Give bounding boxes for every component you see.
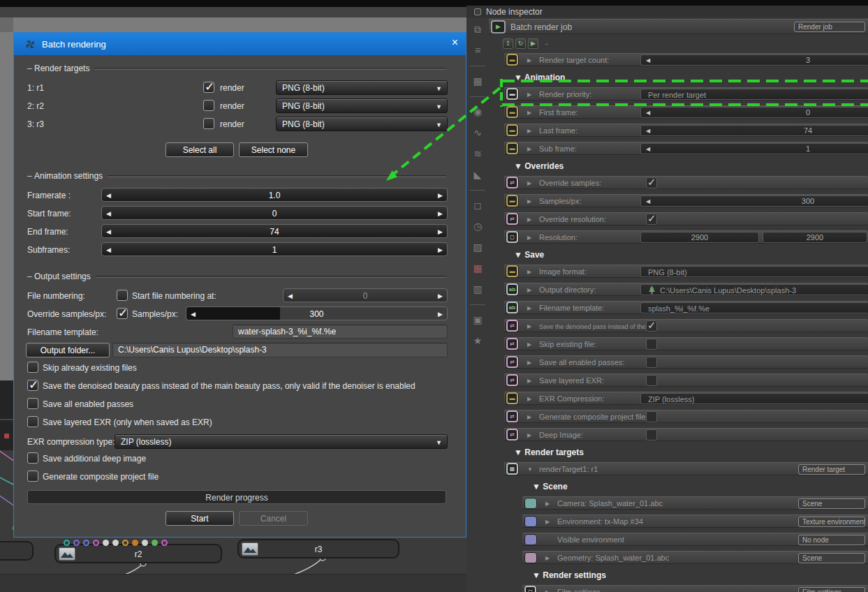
chevron-right-icon[interactable]: ▶ [527,287,531,293]
format-dropdown[interactable]: PNG (8-bit)▼ [276,117,448,131]
save-denoised-checkbox[interactable] [27,380,38,391]
chevron-right-icon[interactable]: ▶ [545,501,550,507]
save-all-passes-checkbox[interactable] [27,398,38,409]
port-dot[interactable] [152,540,158,546]
chevron-right-icon[interactable]: ▶ [527,341,531,348]
section-header-scene[interactable]: ▼ Scene [489,480,868,494]
render-checkbox[interactable] [203,118,214,129]
save-layered-exr-checkbox[interactable] [646,375,657,386]
resolution-x[interactable]: 2900 [640,232,759,243]
framerate-slider[interactable]: ◀1.0▶ [101,188,448,202]
save-deep-image-checkbox[interactable] [27,452,38,464]
sub-frame-row[interactable]: ▬▶Sub frame:◀1 [504,142,868,155]
geometry-icon[interactable]: ◣ [470,168,485,182]
dialog-titlebar[interactable]: Batch rendering × [14,33,466,55]
graph-node-partial[interactable] [0,541,34,561]
format-dropdown[interactable]: PNG (8-bit)▼ [276,80,448,95]
chevron-right-icon[interactable]: ▶ [527,146,531,152]
first-frame-row[interactable]: ▬▶First frame:◀0 [504,105,868,119]
output-directory-row[interactable]: ab▶Output directory:C:\Users\Canis Lupus… [504,283,868,296]
camera-icon[interactable]: ◉ [470,105,485,119]
chevron-right-icon[interactable]: ▶ [527,305,531,311]
file-numbering-checkbox[interactable] [117,290,128,301]
filename-template-value[interactable]: splash_%i_%f.%e [640,302,868,313]
chevron-right-icon[interactable]: ▶ [545,555,550,561]
last-frame-row[interactable]: ▬▶Last frame:◀74 [504,124,868,137]
slider-right-arrow-icon[interactable]: ▶ [438,228,443,235]
render-checkbox[interactable] [203,82,214,93]
start-button[interactable]: Start [165,511,234,526]
film-settings-badge[interactable]: Film settings [798,587,865,592]
environment-badge[interactable]: Texture environment [798,517,865,527]
samples-px-slider[interactable]: ◀300 [640,195,868,207]
format-dropdown[interactable]: PNG (8-bit)▼ [276,98,448,113]
render-play-icon[interactable]: ▶ [491,20,506,34]
layers-icon[interactable]: ▥ [470,282,485,297]
override-samples-row[interactable]: ⇄▶Override samples: [504,176,868,189]
filename-template-row[interactable]: ab▶Filename template:splash_%i_%f.%e [504,301,868,314]
section-header-render-targets[interactable]: ▼ Render targets [489,446,868,459]
save-denoised-pass-checkbox[interactable] [646,320,657,332]
chevron-right-icon[interactable]: ▶ [527,128,531,134]
output-folder-input[interactable]: C:\Users\Canis Lupus\Desktop\splash-3 [112,343,448,357]
chevron-right-icon[interactable]: ▶ [527,360,531,366]
render-priority-row[interactable]: ▬▶Render priority:Per render target [504,87,868,101]
chevron-right-icon[interactable]: ▶ [527,216,531,223]
visible-environment-badge[interactable]: No node [798,535,865,545]
chevron-right-icon[interactable]: ▶ [527,198,531,205]
duplicate-icon[interactable]: ⧉ [470,22,485,37]
sub-frame-slider[interactable]: ◀1 [640,143,868,154]
save-all-enabled-passes-row[interactable]: ⇄▶Save all enabled passes: [504,355,868,369]
graph-node-r3[interactable]: r3 [237,539,399,558]
render-target-1-row[interactable]: ▦▼renderTarget1: r1Render target [504,462,868,475]
frame-icon[interactable]: ◻ [470,198,485,213]
burst-icon[interactable]: ★ [470,334,485,348]
port-dot[interactable] [142,540,148,546]
visible-environment-row[interactable]: Visible environmentNo node [522,533,868,546]
exr-compression-dropdown[interactable]: ZIP (lossless)▼ [115,434,448,449]
skip-existing-checkbox[interactable] [27,362,38,373]
section-header-animation[interactable]: ▼ Animation [489,71,868,84]
chevron-down-icon[interactable]: ▼ [527,466,533,473]
section-header-overrides[interactable]: ▼ Overrides [489,160,868,173]
geometry-badge[interactable]: Scene [798,553,865,563]
camera-row[interactable]: ▶Camera: Splash_water_01.abcScene [522,496,868,510]
last-frame-slider[interactable]: ◀74 [640,125,868,136]
port-dot[interactable] [73,540,80,546]
end-frame-slider[interactable]: ◀74▶ [101,224,448,238]
cube-icon[interactable]: ▦ [470,261,485,276]
exr-compression-value[interactable]: ZIP (lossless) [640,393,868,404]
node-header-row[interactable]: ▶ Batch render job Render job [489,19,868,34]
port-dot[interactable] [83,540,89,546]
select-none-button[interactable]: Select none [239,142,308,157]
texture-icon[interactable]: ▨ [470,240,485,255]
graph-node-r2[interactable]: r2 [54,544,222,563]
flatten-icon[interactable]: ≡ [470,43,485,58]
play-icon[interactable]: ▶ [528,38,538,49]
save-denoised-pass-row[interactable]: ⇄▶Save the denoised pass instead of the … [504,319,868,332]
chevron-right-icon[interactable]: ▶ [527,269,531,275]
start-frame-slider[interactable]: ◀0▶ [101,206,448,220]
refresh-icon[interactable]: ↻ [515,38,526,49]
chevron-right-icon[interactable]: ▶ [527,378,531,384]
environment-row[interactable]: ▶Environment: tx-Map #34Texture environm… [522,515,868,528]
port-dot[interactable] [122,540,128,546]
skip-existing-file-row[interactable]: ⇄▶Skip existing file: [504,337,868,350]
section-header-save[interactable]: ▼ Save [489,249,868,262]
file-numbering-slider[interactable]: ◀0▶ [283,288,448,302]
slider-right-arrow-icon[interactable]: ▶ [438,311,443,318]
submit-icon[interactable]: ↥ [503,38,513,49]
chevron-right-icon[interactable]: ▶ [527,396,531,402]
generate-composite-project-file-row[interactable]: ⇄▶Generate composite project file: [504,410,868,423]
chevron-right-icon[interactable]: ▶ [527,235,531,241]
generate-composite-project-file-checkbox[interactable] [646,411,657,422]
deep-image-checkbox[interactable] [646,429,657,441]
override-resolution-checkbox[interactable] [646,214,657,225]
first-frame-slider[interactable]: ◀0 [640,107,868,118]
section-header-render-settings[interactable]: ▼ Render settings [489,569,868,582]
geometry-row[interactable]: ▶Geometry: Splash_water_01.abcScene [522,551,868,564]
override-samples-checkbox[interactable] [117,308,128,319]
port-dot[interactable] [103,540,109,546]
material-icon[interactable]: ≋ [470,147,485,161]
chevron-right-icon[interactable]: ▶ [545,519,550,525]
